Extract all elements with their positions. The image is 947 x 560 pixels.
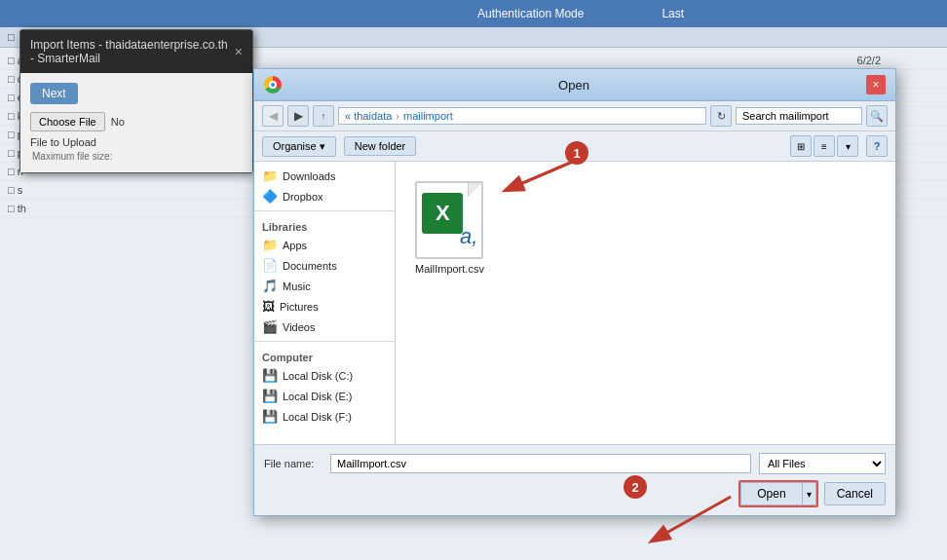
open-file-dialog: Open × ◀ ▶ ↑ « thaidata › mailimport ↻ 🔍… xyxy=(253,68,896,516)
cancel-button[interactable]: Cancel xyxy=(824,482,886,505)
sidebar-tree: 📁 Downloads 🔷 Dropbox Libraries 📁 Apps 📄… xyxy=(254,162,396,444)
file-name-label-text: File name: xyxy=(264,458,322,469)
sidebar-item-dropbox[interactable]: 🔷 Dropbox xyxy=(254,186,395,206)
open-dialog-bottom: File name: All Files Open ▾ Cancel xyxy=(254,444,895,515)
refresh-button[interactable]: ↻ xyxy=(710,105,732,127)
chrome-icon-center xyxy=(269,81,277,89)
new-folder-button[interactable]: New folder xyxy=(344,136,417,156)
import-dialog-body: Next Choose File No File to Upload Maxim… xyxy=(20,73,252,172)
documents-icon: 📄 xyxy=(262,258,278,273)
bg-header: Authentication Mode Last xyxy=(0,0,947,27)
sidebar-item-label: Apps xyxy=(283,240,307,251)
excel-overlay: X xyxy=(422,193,463,234)
import-dialog-titlebar: Import Items - thaidataenterprise.co.th … xyxy=(20,30,252,73)
sidebar-item-local-c[interactable]: 💾 Local Disk (C:) xyxy=(254,365,395,386)
sidebar-item-label: Dropbox xyxy=(283,191,323,203)
folder-icon: 📁 xyxy=(262,238,278,252)
disk-icon: 💾 xyxy=(262,368,278,383)
sidebar-item-apps[interactable]: 📁 Apps xyxy=(254,235,395,255)
sidebar-item-label: Local Disk (F:) xyxy=(283,411,352,423)
disk-icon: 💾 xyxy=(262,389,278,403)
file-name-row: File name: All Files xyxy=(264,453,886,474)
open-dialog-titlebar: Open × xyxy=(254,69,895,101)
bg-last-col: Last xyxy=(662,7,684,20)
view-btn-group: ⊞ ≡ ▾ xyxy=(790,135,858,157)
sidebar-item-label: Local Disk (C:) xyxy=(283,370,353,382)
disk-icon: 💾 xyxy=(262,409,278,424)
file-icon-fold-inner xyxy=(469,183,481,196)
help-button[interactable]: ? xyxy=(866,135,888,157)
open-dialog-nav: ◀ ▶ ↑ « thaidata › mailimport ↻ 🔍 xyxy=(254,101,895,131)
breadcrumb-thaidata[interactable]: « thaidata xyxy=(345,110,392,122)
sidebar-item-local-f[interactable]: 💾 Local Disk (F:) xyxy=(254,406,395,427)
open-dialog-title: Open xyxy=(282,78,866,93)
view-dropdown-button[interactable]: ▾ xyxy=(837,135,858,157)
sidebar-item-music[interactable]: 🎵 Music xyxy=(254,276,395,296)
grid-view-button[interactable]: ⊞ xyxy=(790,135,812,157)
sidebar-item-videos[interactable]: 🎬 Videos xyxy=(254,317,395,337)
bg-auth-col: Authentication Mode xyxy=(477,7,584,20)
open-dialog-close-button[interactable]: × xyxy=(866,75,886,94)
nav-back-button[interactable]: ◀ xyxy=(262,105,284,127)
no-file-label: No xyxy=(111,116,125,128)
file-name-label: MailImport.csv xyxy=(415,263,484,275)
sidebar-item-label: Documents xyxy=(283,260,337,272)
tree-divider xyxy=(254,341,395,342)
file-name-input[interactable] xyxy=(330,454,751,473)
choose-file-button[interactable]: Choose File xyxy=(30,112,105,131)
open-cancel-row: Open ▾ Cancel xyxy=(264,480,886,507)
breadcrumb-mailimport[interactable]: mailimport xyxy=(403,110,453,122)
chrome-icon xyxy=(264,76,282,93)
csv-letter: a, xyxy=(460,224,477,249)
open-dialog-toolbar: Organise ▾ New folder ⊞ ≡ ▾ ? xyxy=(254,131,895,162)
breadcrumb: « thaidata › mailimport xyxy=(338,107,706,125)
sidebar-item-label: Local Disk (E:) xyxy=(283,391,353,402)
sidebar-section-libraries: Libraries xyxy=(254,215,395,235)
nav-up-button[interactable]: ↑ xyxy=(313,105,334,127)
file-icon-body: X a, xyxy=(415,181,483,259)
import-dialog-title-text: Import Items - thaidataenterprise.co.th … xyxy=(30,38,235,65)
nav-forward-button[interactable]: ▶ xyxy=(287,105,309,127)
music-icon: 🎵 xyxy=(262,279,278,293)
tree-divider xyxy=(254,210,395,211)
open-button-group: Open ▾ xyxy=(739,480,817,507)
search-input[interactable] xyxy=(736,107,862,125)
next-button[interactable]: Next xyxy=(30,83,78,104)
mailimport-file[interactable]: X a, MailImport.csv xyxy=(405,171,494,284)
max-size-text: Maximum file size: xyxy=(30,149,243,163)
sidebar-item-label: Music xyxy=(283,280,311,292)
open-dropdown-button[interactable]: ▾ xyxy=(802,482,816,505)
file-area: X a, MailImport.csv xyxy=(396,162,895,444)
file-type-dropdown[interactable]: All Files xyxy=(759,453,886,474)
sidebar-item-label: Downloads xyxy=(283,170,335,182)
videos-icon: 🎬 xyxy=(262,319,278,334)
sidebar-item-label: Pictures xyxy=(280,301,319,313)
sidebar-item-label: Videos xyxy=(283,321,315,333)
sidebar-item-downloads[interactable]: 📁 Downloads xyxy=(254,166,395,186)
search-button[interactable]: 🔍 xyxy=(866,105,888,127)
organise-button[interactable]: Organise ▾ xyxy=(262,136,336,157)
file-to-upload-label: File to Upload xyxy=(30,135,243,149)
pictures-icon: 🖼 xyxy=(262,299,275,314)
import-dialog-close-btn[interactable]: × xyxy=(235,44,243,59)
open-dialog-content: 📁 Downloads 🔷 Dropbox Libraries 📁 Apps 📄… xyxy=(254,162,895,444)
sidebar-item-pictures[interactable]: 🖼 Pictures xyxy=(254,296,395,317)
list-view-button[interactable]: ≡ xyxy=(814,135,835,157)
file-upload-row: Choose File No xyxy=(30,112,243,131)
import-dialog: Import Items - thaidataenterprise.co.th … xyxy=(19,29,253,173)
sidebar-item-documents[interactable]: 📄 Documents xyxy=(254,255,395,276)
sidebar-item-local-e[interactable]: 💾 Local Disk (E:) xyxy=(254,386,395,406)
dropbox-icon: 🔷 xyxy=(262,189,278,204)
sidebar-section-computer: Computer xyxy=(254,346,395,365)
file-icon: X a, xyxy=(415,181,483,259)
open-button[interactable]: Open xyxy=(740,482,801,505)
folder-icon: 📁 xyxy=(262,168,278,183)
